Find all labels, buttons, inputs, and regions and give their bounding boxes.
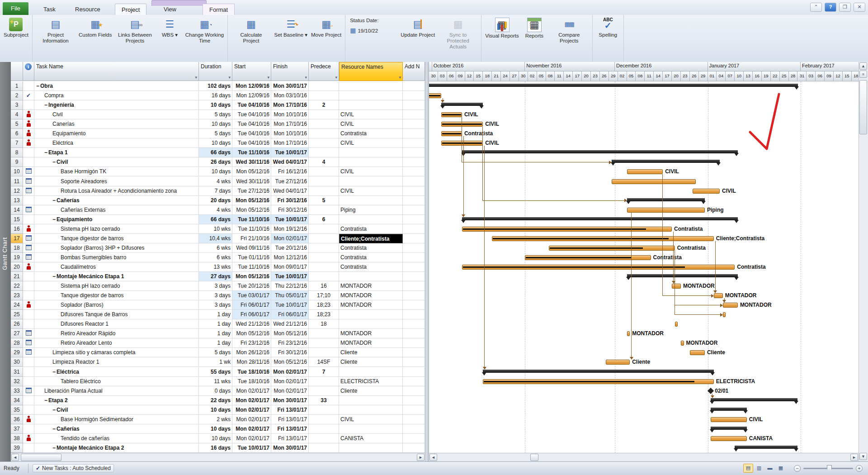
start-cell[interactable]: Wed 09/11/16 (232, 243, 271, 253)
fin-cell[interactable]: Fri 23/12/16 (271, 338, 309, 348)
pred-cell[interactable] (309, 405, 339, 415)
close-button[interactable]: ✕ (854, 3, 865, 12)
task-row-8[interactable]: 8−Etapa 166 daysTue 11/10/16Tue 10/01/17 (11, 148, 425, 157)
fin-cell[interactable]: Mon 02/01/17 (271, 377, 309, 386)
name-cell[interactable]: Cañerías Externas (34, 205, 199, 215)
ind-cell[interactable] (23, 138, 34, 148)
scroll-right-button[interactable]: ► (417, 454, 425, 461)
update-project-button[interactable]: ▤Update Project (399, 16, 437, 39)
pred-cell[interactable] (309, 272, 339, 281)
collapse-icon[interactable]: − (52, 405, 57, 414)
dur-cell[interactable]: 26 days (199, 157, 232, 167)
ind-cell[interactable] (23, 367, 34, 377)
dur-cell[interactable]: 2 wks (199, 415, 232, 424)
add-cell[interactable] (403, 81, 425, 91)
ind-cell[interactable] (23, 357, 34, 367)
task-row-34[interactable]: 34−Etapa 222 daysMon 02/01/17Mon 30/01/1… (11, 396, 425, 405)
task-row-14[interactable]: 14Cañerías Externas4 wksMon 05/12/16Fri … (11, 205, 425, 215)
name-cell[interactable]: −Montaje Mecánico Etapa 2 (34, 443, 199, 453)
add-cell[interactable] (403, 186, 425, 196)
res-cell[interactable]: Cliente (339, 386, 403, 396)
task-row-7[interactable]: 7Eléctrica10 daysTue 04/10/16Mon 17/10/1… (11, 138, 425, 148)
name-cell[interactable]: −Cañerías (34, 196, 199, 205)
fin-cell[interactable]: Mon 17/10/16 (271, 119, 309, 129)
fin-cell[interactable]: Wed 04/01/17 (271, 157, 309, 167)
ind-cell[interactable] (23, 186, 34, 196)
dur-cell[interactable]: 10 days (199, 434, 232, 443)
pred-cell[interactable] (309, 129, 339, 138)
collapse-icon[interactable]: − (52, 424, 57, 433)
name-cell[interactable]: Soplador (Barros) (34, 300, 199, 310)
table-horizontal-scrollbar[interactable]: ◄► (11, 453, 425, 461)
num-cell[interactable]: 27 (11, 329, 23, 338)
pred-cell[interactable] (309, 110, 339, 119)
pred-cell[interactable] (309, 167, 339, 176)
fin-cell[interactable]: Fri 06/01/17 (271, 310, 309, 319)
filter-arrow-icon[interactable]: ▾ (267, 75, 269, 80)
fin-cell[interactable]: Fri 30/12/16 (271, 205, 309, 215)
add-cell[interactable] (403, 424, 425, 434)
ind-cell[interactable] (23, 129, 34, 138)
filter-arrow-icon[interactable]: ▾ (399, 75, 401, 80)
res-cell[interactable] (339, 215, 403, 224)
start-cell[interactable]: Mon 02/01/17 (232, 396, 271, 405)
res-cell[interactable]: MONTADOR (339, 338, 403, 348)
ind-cell[interactable] (23, 177, 34, 186)
ind-cell[interactable] (23, 310, 34, 319)
dur-cell[interactable]: 16 days (199, 91, 232, 100)
wbs-button[interactable]: ☰WBS ▾ (156, 16, 183, 39)
gantt-chart-view-button[interactable]: ▤ (743, 464, 753, 473)
num-cell[interactable]: 37 (11, 424, 23, 434)
res-cell[interactable]: Contratista (339, 243, 403, 253)
dur-cell[interactable]: 10 days (199, 100, 232, 110)
ind-cell[interactable] (23, 338, 34, 348)
dur-cell[interactable]: 0 days (199, 386, 232, 396)
num-cell[interactable]: 18 (11, 243, 23, 253)
start-cell[interactable]: Mon 05/12/16 (232, 329, 271, 338)
pred-cell[interactable]: 18;23 (309, 300, 339, 310)
task-row-9[interactable]: 9−Civil26 daysWed 30/11/16Wed 04/01/174 (11, 157, 425, 167)
res-cell[interactable]: Cliente (339, 357, 403, 367)
scroll-left-button[interactable]: ◄ (11, 454, 19, 461)
pred-cell[interactable] (309, 434, 339, 443)
dur-cell[interactable]: 3 days (199, 281, 232, 291)
fin-cell[interactable]: Mon 19/12/16 (271, 224, 309, 234)
fin-cell[interactable]: Mon 17/10/16 (271, 138, 309, 148)
num-cell[interactable]: 34 (11, 396, 23, 405)
visual-reports-button[interactable]: ▦Visual Reports (483, 16, 521, 40)
name-cell[interactable]: Equipamiento (34, 129, 199, 138)
start-cell[interactable]: Mon 02/01/17 (232, 415, 271, 424)
num-cell[interactable]: 22 (11, 281, 23, 291)
task-row-10[interactable]: 10Base Hormigón TK10 daysMon 05/12/16Fri… (11, 167, 425, 176)
pred-cell[interactable] (309, 386, 339, 396)
scroll-up-button[interactable]: ▲ (859, 62, 867, 70)
task-row-4[interactable]: 4Civil5 daysTue 04/10/16Mon 10/10/16CIVI… (11, 110, 425, 119)
dur-cell[interactable]: 10,4 wks (199, 234, 232, 243)
res-cell[interactable]: CANISTA (339, 434, 403, 443)
column-header-name[interactable]: Task Name▾ (34, 62, 199, 81)
num-cell[interactable]: 6 (11, 129, 23, 138)
dur-cell[interactable]: 66 days (199, 215, 232, 224)
move-project-button[interactable]: ▦Move Project (309, 16, 343, 39)
task-row-23[interactable]: 23Tanque digestor de barros3 daysTue 03/… (11, 291, 425, 300)
start-cell[interactable]: Mon 02/01/17 (232, 405, 271, 415)
fin-cell[interactable]: Tue 10/01/17 (271, 215, 309, 224)
add-cell[interactable] (403, 177, 425, 186)
pred-cell[interactable] (309, 443, 339, 453)
task-row-35[interactable]: 35−Civil10 daysMon 02/01/17Fri 13/01/17 (11, 405, 425, 415)
fin-cell[interactable]: Mon 30/01/17 (271, 396, 309, 405)
task-row-21[interactable]: 21−Montaje Mecánico Etapa 127 daysMon 05… (11, 272, 425, 281)
res-cell[interactable]: CIVIL (339, 138, 403, 148)
add-cell[interactable] (403, 377, 425, 386)
filter-arrow-icon[interactable]: ▾ (228, 75, 231, 80)
ind-cell[interactable] (23, 110, 34, 119)
task-row-5[interactable]: 5Canerías10 daysTue 04/10/16Mon 17/10/16… (11, 119, 425, 129)
fin-cell[interactable]: Mon 02/01/17 (271, 234, 309, 243)
res-cell[interactable]: Cliente (339, 348, 403, 357)
ind-cell[interactable] (23, 443, 34, 453)
reports-button[interactable]: ▦Reports (521, 16, 548, 40)
column-header-num[interactable] (11, 62, 23, 81)
collapse-icon[interactable]: − (44, 100, 48, 109)
collapse-icon[interactable]: − (52, 215, 57, 224)
chart-horizontal-scrollbar[interactable]: ◄► (429, 453, 859, 461)
